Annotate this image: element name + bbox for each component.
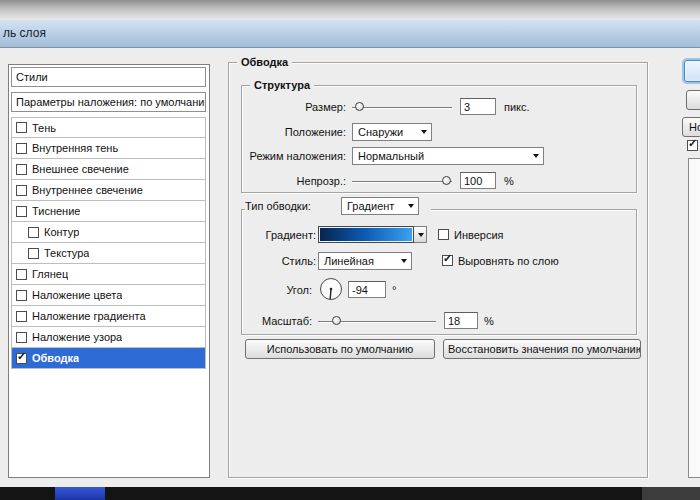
checkbox[interactable]	[16, 290, 27, 301]
size-input[interactable]	[460, 98, 496, 115]
new-style-button[interactable]: Но	[682, 117, 700, 137]
scale-input[interactable]	[444, 312, 478, 329]
style-item-gradient-overlay[interactable]: Наложение градиента	[11, 306, 206, 327]
style-label: Стиль:	[246, 252, 316, 270]
position-row: Положение: Снаружи	[246, 123, 634, 141]
checkbox[interactable]	[16, 269, 27, 280]
angle-label: Угол:	[246, 276, 312, 304]
slider-track	[352, 181, 452, 182]
style-item-satin[interactable]: Глянец	[11, 264, 206, 285]
checkbox[interactable]	[16, 332, 27, 343]
style-item-outer-glow[interactable]: Внешнее свечение	[11, 159, 206, 180]
ok-button[interactable]	[684, 60, 700, 82]
style-item-inner-glow[interactable]: Внутреннее свечение	[11, 180, 206, 201]
angle-dial[interactable]	[318, 276, 344, 302]
style-item-texture[interactable]: Текстура	[11, 243, 206, 264]
style-item-pattern-overlay[interactable]: Наложение узора	[11, 327, 206, 348]
size-row: Размер: пикс.	[246, 98, 634, 116]
cancel-button[interactable]	[686, 90, 700, 110]
styles-list: Стили Параметры наложения: по умолчанию …	[8, 64, 210, 478]
style-item-color-overlay[interactable]: Наложение цвета	[11, 285, 206, 306]
stroke-group-label: Обводка	[237, 55, 292, 69]
stroke-type-select[interactable]: Градиент	[341, 197, 419, 215]
checkbox[interactable]	[28, 248, 39, 259]
align-with-layer-label: Выровнять по слою	[458, 252, 559, 270]
checkbox[interactable]	[16, 122, 27, 133]
scale-label: Масштаб:	[246, 312, 312, 330]
slider-track	[352, 107, 452, 108]
opacity-slider[interactable]	[352, 174, 452, 188]
gradient-label: Градиент:	[246, 226, 316, 244]
inversion-label: Инверсия	[454, 226, 504, 244]
position-label: Положение:	[246, 123, 346, 141]
checkbox[interactable]	[28, 227, 39, 238]
checkbox[interactable]	[16, 206, 27, 217]
style-item-bevel-emboss[interactable]: Тиснение	[11, 201, 206, 222]
fill-group: Градиент: Инверсия Стиль: Линейная	[241, 209, 637, 335]
gradient-row: Градиент: Инверсия	[246, 226, 634, 244]
scale-unit: %	[484, 312, 494, 330]
size-label: Размер:	[246, 98, 346, 116]
styles-items: Тень Внутренняя тень Внешнее свечение Вн…	[11, 117, 206, 369]
check-icon: ✓	[17, 350, 26, 362]
style-item-drop-shadow[interactable]: Тень	[11, 117, 206, 138]
checkbox[interactable]	[16, 311, 27, 322]
use-default-button[interactable]: Использовать по умолчанию	[245, 339, 435, 359]
align-with-layer-checkbox[interactable]: ✓	[442, 255, 453, 266]
stroke-type-label: Тип обводки:	[245, 197, 337, 215]
check-icon: ✓	[443, 252, 452, 264]
angle-input[interactable]	[348, 281, 386, 298]
screen: ль слоя Стили Параметры наложения: по ум…	[0, 0, 700, 500]
blending-options-row[interactable]: Параметры наложения: по умолчанию	[11, 92, 206, 112]
bottom-bar-accent	[55, 487, 105, 500]
opacity-row: Непрозр.: %	[246, 172, 634, 190]
style-row: Стиль: Линейная ✓ Выровнять по слою	[246, 252, 634, 270]
styles-header-row[interactable]: Стили	[11, 67, 206, 87]
blend-mode-label: Режим наложения:	[246, 147, 346, 165]
gradient-swatch[interactable]	[318, 226, 414, 243]
bottom-bar-tray	[642, 487, 700, 500]
dropdown-arrow-icon	[533, 154, 539, 158]
gradient-picker-button[interactable]	[414, 226, 427, 243]
check-icon: ✓	[688, 137, 697, 149]
structure-group: Структура Размер: пикс. Положение: Снару…	[241, 85, 637, 193]
checkbox[interactable]	[16, 185, 27, 196]
style-item-stroke[interactable]: ✓ Обводка	[11, 348, 206, 369]
dropdown-arrow-icon	[418, 233, 424, 237]
scale-slider[interactable]	[318, 314, 436, 328]
checkbox[interactable]	[16, 143, 27, 154]
gradient-style-select[interactable]: Линейная	[318, 252, 412, 270]
dropdown-arrow-icon	[408, 204, 414, 208]
desktop-top-strip	[0, 0, 700, 20]
angle-unit: °	[392, 281, 396, 299]
size-unit: пикс.	[504, 98, 530, 116]
checkbox[interactable]	[16, 164, 27, 175]
structure-group-label: Структура	[250, 78, 314, 92]
style-item-inner-shadow[interactable]: Внутренняя тень	[11, 138, 206, 159]
checkbox[interactable]: ✓	[16, 353, 27, 364]
style-item-contour[interactable]: Контур	[11, 222, 206, 243]
dropdown-arrow-icon	[421, 130, 427, 134]
reset-default-button[interactable]: Восстановить значения по умолчанию	[443, 339, 641, 359]
titlebar[interactable]: ль слоя	[0, 20, 700, 48]
layer-style-dialog: Стили Параметры наложения: по умолчанию …	[0, 48, 700, 487]
size-slider[interactable]	[352, 100, 452, 114]
opacity-input[interactable]	[460, 172, 496, 189]
opacity-label: Непрозр.:	[246, 172, 346, 190]
opacity-slider-thumb[interactable]	[442, 176, 451, 185]
scale-row: Масштаб: %	[246, 312, 634, 330]
size-slider-thumb[interactable]	[355, 102, 364, 111]
dropdown-arrow-icon	[401, 259, 407, 263]
preview-checkbox[interactable]: ✓	[687, 140, 698, 151]
position-select[interactable]: Снаружи	[352, 123, 432, 141]
preview-panel	[688, 158, 700, 478]
blend-mode-row: Режим наложения: Нормальный	[246, 147, 634, 165]
stroke-type-row: Тип обводки: Градиент	[245, 197, 431, 215]
blend-mode-select[interactable]: Нормальный	[352, 147, 544, 165]
angle-row: Угол: °	[246, 276, 634, 304]
inversion-checkbox[interactable]	[438, 229, 449, 240]
stroke-group: Обводка Структура Размер: пикс. Положени…	[228, 62, 648, 478]
opacity-unit: %	[504, 172, 514, 190]
bottom-bar	[0, 487, 700, 500]
scale-slider-thumb[interactable]	[332, 316, 341, 325]
